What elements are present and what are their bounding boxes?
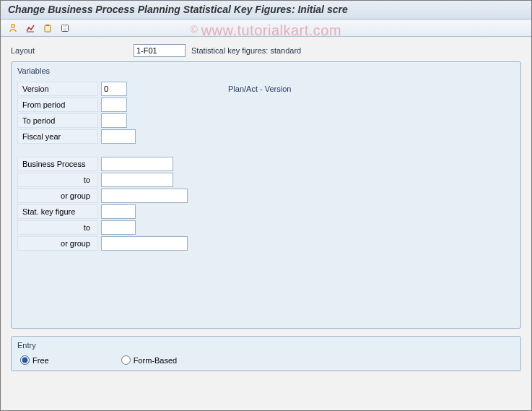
entry-formbased-label: Form-Based (134, 356, 178, 365)
fiscal-year-label: Fiscal year (17, 129, 98, 144)
from-period-input[interactable] (101, 98, 127, 112)
layout-row: Layout Statistical key figures: standard (11, 44, 521, 57)
stat-key-figure-input[interactable] (101, 204, 136, 219)
svg-rect-2 (45, 25, 51, 32)
layout-label: Layout (11, 46, 134, 55)
stat-key-figure-label: Stat. key figure (17, 204, 98, 219)
entry-formbased-option[interactable]: Form-Based (121, 355, 178, 365)
svg-rect-3 (46, 25, 49, 26)
from-period-label: From period (17, 98, 98, 112)
entry-radio-group: Free Form-Based (17, 355, 515, 365)
skf-group-row: or group (17, 235, 515, 251)
to-period-input[interactable] (101, 113, 127, 128)
chart-icon[interactable] (24, 22, 37, 35)
svg-rect-5 (64, 25, 67, 27)
business-process-label: Business Process (17, 157, 98, 171)
bp-to-label: to (17, 173, 98, 187)
variables-panel: Variables Version Plan/Act - Version Fro… (11, 61, 521, 329)
svg-rect-6 (64, 28, 67, 31)
fiscal-year-input[interactable] (101, 129, 136, 144)
skf-to-label: to (17, 220, 98, 235)
to-period-row: To period (17, 113, 515, 129)
layout-input[interactable] (134, 44, 186, 57)
bp-group-row: or group (17, 188, 515, 204)
person-icon[interactable] (6, 22, 19, 35)
version-description: Plan/Act - Version (228, 85, 291, 93)
bp-to-input[interactable] (101, 173, 173, 187)
version-label: Version (17, 82, 98, 96)
skf-group-label: or group (17, 236, 98, 251)
entry-title: Entry (17, 339, 515, 351)
business-process-input[interactable] (101, 157, 173, 171)
entry-panel: Entry Free Form-Based (11, 336, 521, 371)
entry-formbased-radio[interactable] (121, 355, 131, 365)
page-title: Change Business Process Planning Statist… (8, 4, 348, 15)
layout-description: Statistical key figures: standard (191, 46, 301, 55)
skf-group-input[interactable] (101, 236, 188, 251)
from-period-row: From period (17, 97, 515, 113)
bp-group-input[interactable] (101, 189, 188, 203)
skf-to-row: to (17, 220, 515, 235)
bp-group-label: or group (17, 189, 98, 203)
title-bar: Change Business Process Planning Statist… (1, 1, 531, 20)
content-area: Layout Statistical key figures: standard… (1, 37, 531, 378)
save-icon[interactable] (58, 22, 71, 35)
toolbar (1, 20, 531, 37)
version-input[interactable] (101, 82, 127, 96)
paste-icon[interactable] (41, 22, 54, 35)
entry-free-option[interactable]: Free (20, 355, 49, 365)
business-process-row: Business Process (17, 156, 515, 172)
entry-free-radio[interactable] (20, 355, 30, 365)
bp-to-row: to (17, 172, 515, 188)
stat-key-figure-row: Stat. key figure (17, 204, 515, 220)
fiscal-year-row: Fiscal year (17, 129, 515, 144)
entry-free-label: Free (32, 356, 49, 365)
version-row: Version Plan/Act - Version (17, 81, 515, 97)
variables-title: Variables (17, 65, 515, 77)
skf-to-input[interactable] (101, 220, 136, 235)
svg-point-0 (12, 24, 14, 27)
to-period-label: To period (17, 113, 98, 128)
